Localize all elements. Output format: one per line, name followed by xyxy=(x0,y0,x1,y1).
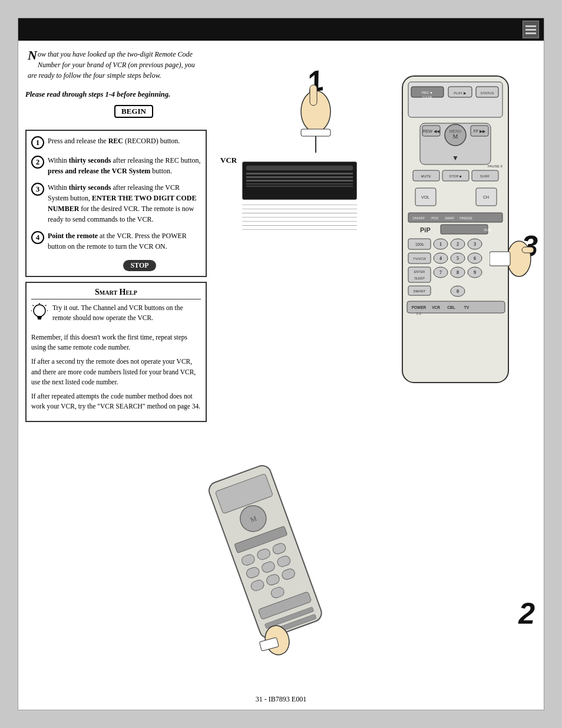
intro-text: Now that you have looked up the two-digi… xyxy=(25,47,207,83)
svg-line-4 xyxy=(33,305,34,306)
svg-text:3: 3 xyxy=(474,242,476,247)
begin-label: BEGIN xyxy=(114,105,153,118)
svg-text:M: M xyxy=(453,133,458,140)
smart-help-title: Smart Help xyxy=(31,288,201,299)
stop-label: STOP xyxy=(123,260,156,271)
hand-1-icon xyxy=(292,82,339,155)
svg-rect-83 xyxy=(301,129,330,136)
top-bar xyxy=(18,18,544,41)
svg-text:MENU: MENU xyxy=(449,129,462,133)
step-text-3: Within thirty seconds after releasing th… xyxy=(48,182,201,225)
svg-text:STOP ■: STOP ■ xyxy=(449,174,462,178)
step-3: 3 Within thirty seconds after releasing … xyxy=(31,182,201,225)
svg-text:6: 6 xyxy=(474,256,476,261)
svg-text:STATUS: STATUS xyxy=(481,91,494,95)
page-footer: 31 - IB7893 E001 xyxy=(18,695,544,704)
step-2: 2 Within thirty seconds after releasing … xyxy=(31,155,201,176)
step-text-2: Within thirty seconds after releasing th… xyxy=(48,155,201,176)
svg-text:5: 5 xyxy=(457,256,459,261)
step-num-2: 2 xyxy=(31,156,44,169)
svg-rect-81 xyxy=(310,85,317,106)
page: Now that you have looked up the two-digi… xyxy=(18,18,544,710)
smart-help-intro: Try it out. The Channel and VCR buttons … xyxy=(31,303,201,328)
svg-rect-86 xyxy=(490,252,510,266)
vcr-device xyxy=(242,162,357,200)
svg-text:PAUSE II: PAUSE II xyxy=(488,164,503,168)
smart-help-text-1: Try it out. The Channel and VCR buttons … xyxy=(52,303,201,324)
svg-text:VOL: VOL xyxy=(421,195,429,199)
svg-point-84 xyxy=(507,241,531,276)
step-num-1: 1 xyxy=(31,136,44,149)
smart-help-para-2: Remember, if this doesn't work the first… xyxy=(31,332,201,353)
svg-rect-2 xyxy=(38,318,41,319)
svg-text:PLAY ▶: PLAY ▶ xyxy=(454,91,466,95)
vcr-cables xyxy=(242,205,357,233)
step-1: 1 Press and release the REC (RECORD) but… xyxy=(31,136,201,149)
svg-rect-1 xyxy=(37,316,42,318)
step-label-2: 2 xyxy=(518,597,535,631)
svg-text:REC ●: REC ● xyxy=(422,91,432,94)
step-num-4: 4 xyxy=(31,231,44,244)
svg-text:REW ◀◀: REW ◀◀ xyxy=(423,129,440,133)
svg-rect-85 xyxy=(522,247,534,253)
vcr-label: VCR xyxy=(220,156,237,165)
svg-text:ON/OFF: ON/OFF xyxy=(413,216,425,220)
svg-text:SMART: SMART xyxy=(414,289,426,293)
intro-body: ow that you have looked up the two-digit… xyxy=(28,50,195,80)
smart-help-para-4: If after repeated attempts the code numb… xyxy=(31,391,201,412)
svg-text:SLEEP: SLEEP xyxy=(414,276,425,280)
svg-point-0 xyxy=(34,305,45,317)
svg-text:TV/VCR: TV/VCR xyxy=(413,257,427,261)
drop-cap: N xyxy=(28,49,37,62)
svg-rect-61 xyxy=(408,267,431,282)
step-text-4: Point the remote at the VCR. Press the P… xyxy=(48,230,201,252)
svg-text:ENTER: ENTER xyxy=(414,270,425,274)
svg-text:SURF: SURF xyxy=(480,174,490,178)
svg-text:CBL: CBL xyxy=(447,305,455,309)
svg-line-5 xyxy=(45,305,47,306)
svg-text:D  E: D E xyxy=(416,312,422,315)
svg-text:2: 2 xyxy=(457,242,459,247)
svg-text:▼: ▼ xyxy=(452,154,459,162)
svg-text:7: 7 xyxy=(439,270,442,275)
svg-text:FREEZE: FREEZE xyxy=(459,216,472,220)
svg-text:POWER: POWER xyxy=(412,305,427,309)
menu-icon xyxy=(523,21,539,38)
please-read: Please read through steps 1-4 before beg… xyxy=(25,89,207,100)
step-num-3: 3 xyxy=(31,183,44,196)
step-text-1: Press and release the REC (RECORD) butto… xyxy=(48,136,201,146)
right-panel: VCR xyxy=(210,47,538,684)
smart-help-para-3: If after a second try the remote does no… xyxy=(31,357,201,387)
hand-2-icon xyxy=(490,229,537,291)
svg-text:0: 0 xyxy=(457,289,459,294)
steps-box: 1 Press and release the REC (RECORD) but… xyxy=(25,130,207,277)
svg-text:VCR: VCR xyxy=(432,305,440,309)
svg-text:9: 9 xyxy=(474,270,476,275)
svg-rect-43 xyxy=(441,225,488,234)
svg-text:1: 1 xyxy=(439,242,442,247)
svg-text:8: 8 xyxy=(457,270,459,275)
left-panel: Now that you have looked up the two-digi… xyxy=(25,47,207,684)
svg-text:POS: POS xyxy=(431,216,438,220)
svg-text:TV: TV xyxy=(464,305,470,309)
svg-text:FF ▶▶: FF ▶▶ xyxy=(474,129,486,133)
svg-text:MUTE: MUTE xyxy=(421,174,431,178)
svg-text:CH: CH xyxy=(483,195,489,199)
smart-help: Smart Help Try it out. The Channel and V… xyxy=(25,282,207,422)
lightbulb-icon xyxy=(31,303,48,328)
svg-text:100s: 100s xyxy=(415,242,424,246)
svg-text:4: 4 xyxy=(439,256,442,261)
step-4: 4 Point the remote at the VCR. Press the… xyxy=(31,230,201,252)
svg-text:PiP: PiP xyxy=(420,226,431,233)
svg-text:CLEAR: CLEAR xyxy=(422,95,432,99)
svg-text:SWAP: SWAP xyxy=(445,216,454,220)
